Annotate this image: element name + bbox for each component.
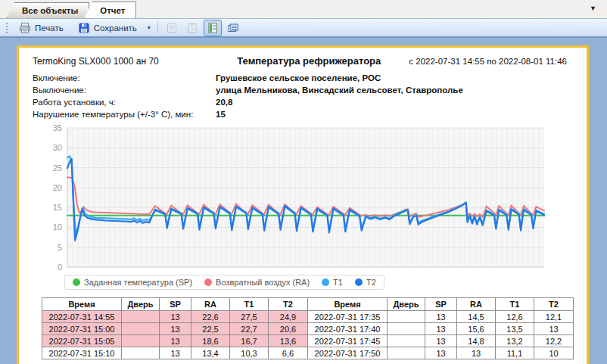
column-header: RA — [457, 298, 496, 311]
info-value: 15 — [216, 110, 226, 119]
y-axis-tick-label: 35 — [53, 125, 62, 132]
info-row: Выключение:улица Мельникова, Винсадский … — [33, 84, 573, 96]
cell-t1: 22,7 — [230, 323, 269, 335]
tab-list-dropdown-icon[interactable]: ▼ — [590, 5, 596, 12]
toolbar-separator — [157, 21, 158, 34]
continuous-view-icon — [227, 22, 239, 34]
help-icon: ? — [186, 22, 198, 34]
cell-ra: 14,8 — [457, 335, 496, 347]
cell-door — [122, 323, 160, 335]
legend-label: Возвратный воздух (RA) — [216, 278, 310, 287]
cell-time: 2022-07-31 15:05 — [42, 335, 122, 347]
legend-dot-icon — [204, 278, 212, 286]
legend-item[interactable]: Заданная температура (SP) — [73, 278, 192, 287]
tab-all-objects-label: Все объекты — [22, 6, 78, 15]
column-header: Дверь — [388, 298, 425, 311]
report-period: с 2022-07-31 14:55 по 2022-08-01 11:46 — [381, 57, 567, 66]
cell-time: 2022-07-31 15:10 — [42, 347, 122, 359]
legend-label: Заданная температура (SP) — [84, 278, 192, 287]
cell-sp: 13 — [425, 311, 457, 323]
cell-sp: 13 — [425, 335, 457, 347]
y-axis-tick-label: 0 — [58, 263, 62, 270]
column-header: T1 — [230, 298, 269, 311]
table-row: 2022-07-31 15:101313,410,36,62022-07-31 … — [42, 347, 574, 359]
cell-sp: 13 — [160, 323, 191, 335]
cell-door — [388, 311, 425, 323]
report-page: TermoKing SLX000 1000 ан 70 Температура … — [17, 45, 589, 364]
tab-bar: Все объекты Отчет ▼ — [0, 0, 607, 19]
cell-ra: 22,5 — [191, 323, 230, 335]
cell-door — [122, 311, 160, 323]
info-row: Работа установки, ч:20,8 — [33, 96, 573, 108]
legend-item[interactable]: T2 — [355, 278, 376, 287]
save-button[interactable]: Сохранить — [72, 20, 143, 36]
table-row: 2022-07-31 15:051318,616,713,62022-07-31… — [42, 335, 574, 347]
column-header: SP — [425, 298, 457, 311]
cell-sp: 13 — [425, 323, 457, 335]
cell-sp: 13 — [160, 335, 191, 347]
info-row: Нарушение температуры (+/-3° С), мин:15 — [33, 108, 573, 120]
info-value: Грушевское сельское поселение, РОС — [216, 73, 381, 82]
cell-t2: 6,6 — [269, 347, 308, 359]
y-axis-tick-label: 20 — [53, 183, 62, 192]
cell-door — [122, 335, 160, 347]
legend-dot-icon — [322, 278, 329, 286]
y-axis-tick-label: 5 — [58, 243, 62, 252]
y-axis-tick-label: 25 — [53, 163, 62, 173]
table-header-row: ВремяДверьSPRAT1T2ВремяДверьSPRAT1T2 — [42, 298, 574, 311]
save-dropdown-icon[interactable]: ▾ — [145, 23, 153, 33]
readings-table: ВремяДверьSPRAT1T2ВремяДверьSPRAT1T2 202… — [42, 297, 574, 359]
cell-t2: 13 — [534, 323, 574, 335]
svg-text:?: ? — [191, 25, 195, 32]
report-header: TermoKing SLX000 1000 ан 70 Температура … — [33, 55, 567, 67]
cell-ra: 15,6 — [457, 323, 496, 335]
continuous-view-toggle[interactable] — [224, 20, 242, 36]
cell-sp: 13 — [160, 311, 191, 323]
y-axis-tick-label: 30 — [53, 143, 62, 152]
cell-t1: 12,6 — [496, 311, 534, 323]
cell-time: 2022-07-31 15:00 — [42, 323, 122, 335]
cell-ra: 14,5 — [457, 311, 496, 323]
report-window: Все объекты Отчет ▼ Печать — [0, 0, 607, 364]
cell-t2: 12,1 — [534, 311, 574, 323]
column-header: Время — [308, 298, 388, 311]
report-title: Температура рефрижератора — [237, 55, 381, 67]
toolbar-grip[interactable] — [5, 22, 8, 33]
legend-item[interactable]: Возвратный воздух (RA) — [204, 278, 310, 287]
legend-item[interactable]: T1 — [322, 278, 343, 287]
column-header: RA — [191, 298, 230, 311]
save-icon — [78, 22, 90, 34]
legend-dot-icon — [355, 278, 363, 286]
report-settings-button[interactable] — [163, 20, 181, 36]
print-button-label: Печать — [35, 23, 64, 33]
report-info: Включение:Грушевское сельское поселение,… — [33, 72, 573, 120]
info-row: Включение:Грушевское сельское поселение,… — [33, 72, 573, 84]
toolbar: Печать Сохранить ▾ — [0, 19, 607, 38]
tab-all-objects[interactable]: Все объекты — [6, 2, 89, 18]
chart-wrap: 05101520253035 — [39, 125, 587, 273]
cell-time: 2022-07-31 14:55 — [42, 311, 122, 323]
cell-ra: 13,4 — [191, 347, 230, 359]
page-view-icon — [207, 22, 219, 34]
tab-report[interactable]: Отчет — [84, 2, 136, 18]
legend-label: T1 — [333, 278, 343, 287]
cell-t1: 27,5 — [230, 311, 269, 323]
cell-t2: 13,6 — [269, 335, 308, 347]
content-area: TermoKing SLX000 1000 ан 70 Температура … — [0, 39, 607, 364]
column-header: T1 — [496, 298, 534, 311]
cell-t1: 13,5 — [496, 323, 534, 335]
cell-t1: 11,1 — [496, 347, 534, 359]
help-button[interactable]: ? — [183, 20, 201, 36]
y-axis-tick-label: 15 — [53, 203, 62, 212]
cell-ra: 18,6 — [191, 335, 230, 347]
table-row: 2022-07-31 15:001322,522,720,62022-07-31… — [42, 323, 574, 335]
temperature-chart: 05101520253035 — [39, 125, 550, 270]
cell-time: 2022-07-31 17:35 — [308, 311, 388, 323]
page-view-toggle[interactable] — [204, 20, 222, 36]
printer-icon — [19, 22, 31, 34]
print-button[interactable]: Печать — [13, 20, 70, 36]
info-label: Выключение: — [33, 86, 216, 95]
cell-t1: 16,7 — [230, 335, 269, 347]
chart-legend: Заданная температура (SP)Возвратный возд… — [64, 275, 384, 290]
cell-door — [388, 323, 425, 335]
